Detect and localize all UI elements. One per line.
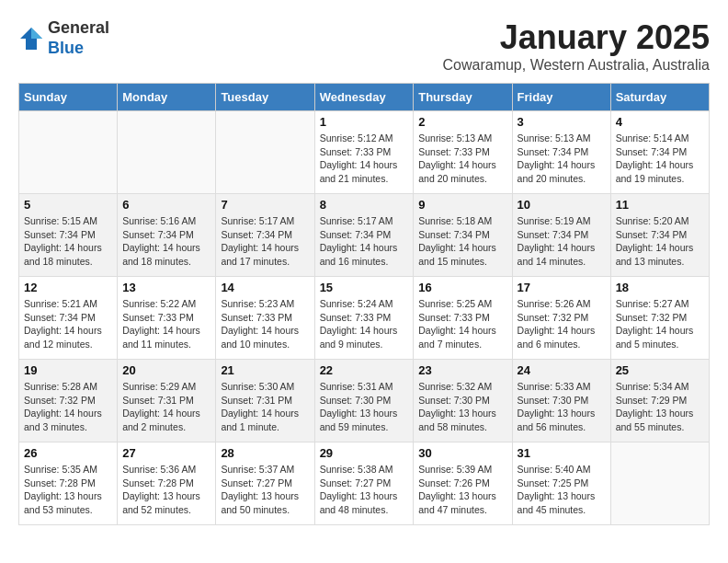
page-header: General Blue January 2025 Cowaramup, Wes… <box>18 18 710 74</box>
day-content: Sunrise: 5:13 AM Sunset: 7:34 PM Dayligh… <box>518 132 606 186</box>
day-content: Sunrise: 5:28 AM Sunset: 7:32 PM Dayligh… <box>24 380 112 434</box>
day-number: 26 <box>24 446 112 460</box>
day-number: 22 <box>320 363 409 377</box>
day-number: 1 <box>320 115 409 129</box>
calendar-cell: 22Sunrise: 5:31 AM Sunset: 7:30 PM Dayli… <box>314 360 414 442</box>
calendar-cell: 17Sunrise: 5:26 AM Sunset: 7:32 PM Dayli… <box>512 277 610 360</box>
day-number: 31 <box>518 446 606 460</box>
day-content: Sunrise: 5:36 AM Sunset: 7:28 PM Dayligh… <box>122 463 210 517</box>
weekday-header-thursday: Thursday <box>414 84 512 111</box>
day-number: 24 <box>518 363 606 377</box>
location-subtitle: Cowaramup, Western Australia, Australia <box>443 57 711 74</box>
day-content: Sunrise: 5:29 AM Sunset: 7:31 PM Dayligh… <box>122 380 210 434</box>
calendar-cell: 20Sunrise: 5:29 AM Sunset: 7:31 PM Dayli… <box>118 360 216 442</box>
weekday-header-row: SundayMondayTuesdayWednesdayThursdayFrid… <box>19 84 710 111</box>
day-content: Sunrise: 5:14 AM Sunset: 7:34 PM Dayligh… <box>616 132 704 186</box>
calendar-cell: 31Sunrise: 5:40 AM Sunset: 7:25 PM Dayli… <box>512 442 610 525</box>
logo-text: General Blue <box>48 18 109 58</box>
day-number: 23 <box>418 363 506 377</box>
weekday-header-saturday: Saturday <box>610 84 709 111</box>
calendar-table: SundayMondayTuesdayWednesdayThursdayFrid… <box>18 83 710 525</box>
day-number: 7 <box>221 198 309 212</box>
weekday-header-monday: Monday <box>118 84 216 111</box>
calendar-cell: 4Sunrise: 5:14 AM Sunset: 7:34 PM Daylig… <box>610 111 709 194</box>
day-content: Sunrise: 5:18 AM Sunset: 7:34 PM Dayligh… <box>418 214 506 269</box>
day-content: Sunrise: 5:38 AM Sunset: 7:27 PM Dayligh… <box>320 463 409 517</box>
day-content: Sunrise: 5:25 AM Sunset: 7:33 PM Dayligh… <box>418 297 506 351</box>
calendar-week-row: 26Sunrise: 5:35 AM Sunset: 7:28 PM Dayli… <box>19 442 710 525</box>
day-number: 18 <box>616 281 704 294</box>
day-number: 10 <box>518 198 606 212</box>
day-number: 27 <box>122 446 210 460</box>
day-number: 29 <box>320 446 409 460</box>
weekday-header-wednesday: Wednesday <box>314 84 414 111</box>
calendar-cell: 2Sunrise: 5:13 AM Sunset: 7:33 PM Daylig… <box>414 111 512 194</box>
day-number: 20 <box>122 363 210 377</box>
calendar-cell: 23Sunrise: 5:32 AM Sunset: 7:30 PM Dayli… <box>414 360 512 442</box>
day-number: 15 <box>320 281 409 294</box>
calendar-cell <box>118 111 216 194</box>
day-content: Sunrise: 5:20 AM Sunset: 7:34 PM Dayligh… <box>616 214 704 269</box>
day-content: Sunrise: 5:37 AM Sunset: 7:27 PM Dayligh… <box>221 463 309 517</box>
day-content: Sunrise: 5:35 AM Sunset: 7:28 PM Dayligh… <box>24 463 112 517</box>
day-number: 28 <box>221 446 309 460</box>
day-content: Sunrise: 5:39 AM Sunset: 7:26 PM Dayligh… <box>418 463 506 517</box>
day-content: Sunrise: 5:15 AM Sunset: 7:34 PM Dayligh… <box>24 214 112 269</box>
day-content: Sunrise: 5:32 AM Sunset: 7:30 PM Dayligh… <box>418 380 506 434</box>
calendar-week-row: 1Sunrise: 5:12 AM Sunset: 7:33 PM Daylig… <box>19 111 710 194</box>
day-content: Sunrise: 5:26 AM Sunset: 7:32 PM Dayligh… <box>518 297 606 351</box>
calendar-week-row: 5Sunrise: 5:15 AM Sunset: 7:34 PM Daylig… <box>19 194 710 277</box>
day-number: 11 <box>616 198 704 212</box>
calendar-cell: 15Sunrise: 5:24 AM Sunset: 7:33 PM Dayli… <box>314 277 414 360</box>
day-number: 3 <box>518 115 606 129</box>
day-content: Sunrise: 5:17 AM Sunset: 7:34 PM Dayligh… <box>221 214 309 269</box>
day-number: 9 <box>418 198 506 212</box>
weekday-header-sunday: Sunday <box>19 84 118 111</box>
day-number: 13 <box>122 281 210 294</box>
calendar-cell: 28Sunrise: 5:37 AM Sunset: 7:27 PM Dayli… <box>216 442 314 525</box>
day-number: 21 <box>221 363 309 377</box>
day-content: Sunrise: 5:17 AM Sunset: 7:34 PM Dayligh… <box>320 214 409 269</box>
calendar-cell: 12Sunrise: 5:21 AM Sunset: 7:34 PM Dayli… <box>19 277 118 360</box>
calendar-cell: 1Sunrise: 5:12 AM Sunset: 7:33 PM Daylig… <box>314 111 414 194</box>
calendar-cell: 9Sunrise: 5:18 AM Sunset: 7:34 PM Daylig… <box>414 194 512 277</box>
calendar-cell: 13Sunrise: 5:22 AM Sunset: 7:33 PM Dayli… <box>118 277 216 360</box>
logo-icon <box>18 26 44 52</box>
day-number: 2 <box>418 115 506 129</box>
calendar-cell: 11Sunrise: 5:20 AM Sunset: 7:34 PM Dayli… <box>610 194 709 277</box>
calendar-cell <box>216 111 314 194</box>
logo: General Blue <box>18 18 109 58</box>
day-content: Sunrise: 5:34 AM Sunset: 7:29 PM Dayligh… <box>616 380 704 434</box>
day-content: Sunrise: 5:21 AM Sunset: 7:34 PM Dayligh… <box>24 297 112 351</box>
title-block: January 2025 Cowaramup, Western Australi… <box>443 18 711 74</box>
calendar-cell: 18Sunrise: 5:27 AM Sunset: 7:32 PM Dayli… <box>610 277 709 360</box>
day-number: 4 <box>616 115 704 129</box>
day-content: Sunrise: 5:30 AM Sunset: 7:31 PM Dayligh… <box>221 380 309 434</box>
calendar-cell: 30Sunrise: 5:39 AM Sunset: 7:26 PM Dayli… <box>414 442 512 525</box>
calendar-week-row: 19Sunrise: 5:28 AM Sunset: 7:32 PM Dayli… <box>19 360 710 442</box>
day-number: 30 <box>418 446 506 460</box>
weekday-header-tuesday: Tuesday <box>216 84 314 111</box>
day-content: Sunrise: 5:33 AM Sunset: 7:30 PM Dayligh… <box>518 380 606 434</box>
weekday-header-friday: Friday <box>512 84 610 111</box>
day-content: Sunrise: 5:40 AM Sunset: 7:25 PM Dayligh… <box>518 463 606 517</box>
svg-marker-1 <box>31 28 42 39</box>
calendar-cell: 19Sunrise: 5:28 AM Sunset: 7:32 PM Dayli… <box>19 360 118 442</box>
calendar-cell: 5Sunrise: 5:15 AM Sunset: 7:34 PM Daylig… <box>19 194 118 277</box>
calendar-cell: 26Sunrise: 5:35 AM Sunset: 7:28 PM Dayli… <box>19 442 118 525</box>
day-content: Sunrise: 5:12 AM Sunset: 7:33 PM Dayligh… <box>320 132 409 186</box>
day-number: 5 <box>24 198 112 212</box>
month-title: January 2025 <box>443 18 711 57</box>
calendar-week-row: 12Sunrise: 5:21 AM Sunset: 7:34 PM Dayli… <box>19 277 710 360</box>
calendar-cell: 10Sunrise: 5:19 AM Sunset: 7:34 PM Dayli… <box>512 194 610 277</box>
day-content: Sunrise: 5:31 AM Sunset: 7:30 PM Dayligh… <box>320 380 409 434</box>
calendar-cell: 3Sunrise: 5:13 AM Sunset: 7:34 PM Daylig… <box>512 111 610 194</box>
calendar-cell: 8Sunrise: 5:17 AM Sunset: 7:34 PM Daylig… <box>314 194 414 277</box>
day-number: 8 <box>320 198 409 212</box>
calendar-cell: 24Sunrise: 5:33 AM Sunset: 7:30 PM Dayli… <box>512 360 610 442</box>
day-content: Sunrise: 5:27 AM Sunset: 7:32 PM Dayligh… <box>616 297 704 351</box>
day-content: Sunrise: 5:13 AM Sunset: 7:33 PM Dayligh… <box>418 132 506 186</box>
day-number: 6 <box>122 198 210 212</box>
day-number: 16 <box>418 281 506 294</box>
calendar-cell: 6Sunrise: 5:16 AM Sunset: 7:34 PM Daylig… <box>118 194 216 277</box>
